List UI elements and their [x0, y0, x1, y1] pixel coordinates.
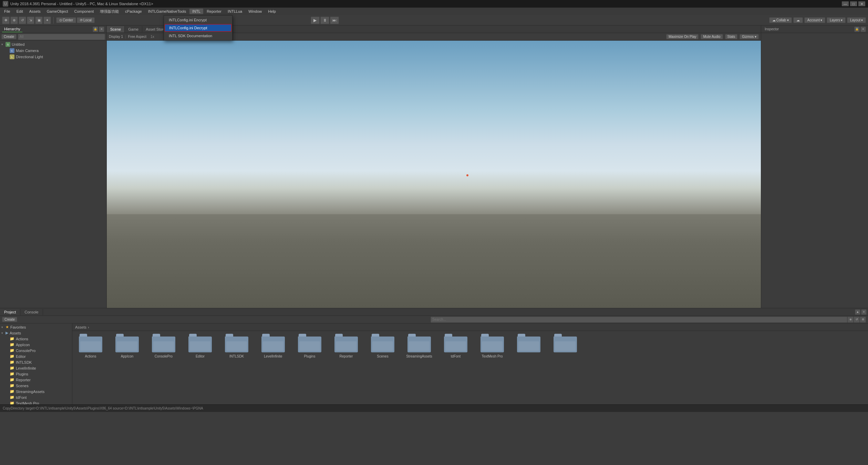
toolbar-rotate-tool[interactable]: ↺ [19, 17, 26, 24]
title-bar: U Unity 2018.4.36f1 Personal - Untitled … [0, 0, 868, 8]
folder-highlight [409, 341, 430, 351]
asset-item-actions[interactable]: Actions [75, 334, 106, 358]
tree-textmeshpro-item[interactable]: 📁 TextMesh Pro [0, 400, 72, 404]
menu-intllua[interactable]: INTLLua [225, 9, 245, 14]
inspector-lock-button[interactable]: 🔒 [854, 27, 860, 32]
hierarchy-panel: Hierarchy 🔒 ≡ Create ▾ S Untitled C Main… [0, 25, 107, 308]
pause-button[interactable]: ⏸ [320, 17, 329, 24]
collab-icon: ☁ [772, 18, 776, 22]
dropdown-item-encrypt[interactable]: INTLConfig.ini Encrypt [164, 16, 232, 24]
toolbar-rect-tool[interactable]: ▣ [35, 17, 43, 24]
tree-appicon-item[interactable]: 📁 AppIcon [0, 342, 72, 348]
space-button[interactable]: ⟳ Local [77, 17, 95, 23]
cloud-button[interactable]: ☁ [793, 17, 803, 23]
menu-help[interactable]: Help [265, 9, 279, 14]
menu-intlgamenativetools[interactable]: INTLGameNativeTools [145, 9, 189, 14]
toolbar-scale-tool[interactable]: ⇲ [27, 17, 34, 24]
inspector-header: Inspector 🔒 ≡ [761, 25, 868, 33]
tree-levelinfinite-item[interactable]: 📁 LevelInfinite [0, 365, 72, 371]
maximize-button[interactable]: □ [850, 1, 857, 6]
asset-item-appicon[interactable]: AppIcon [112, 334, 143, 358]
layers-button[interactable]: Layers ▾ [827, 17, 846, 23]
refresh-button[interactable]: ↺ [854, 317, 860, 323]
tree-reporter-item[interactable]: 📁 Reporter [0, 377, 72, 383]
hierarchy-root-item[interactable]: ▾ S Untitled [0, 41, 106, 48]
menu-reporter[interactable]: Reporter [204, 9, 224, 14]
menu-enhanced[interactable]: 增强版功能 [97, 8, 122, 15]
tree-plugins-item[interactable]: 📁 Plugins [0, 371, 72, 377]
menu-gameobject[interactable]: GameObject [44, 9, 71, 14]
dropdown-item-sdk-doc[interactable]: INTL SDK Documentation [164, 32, 232, 40]
menu-assets[interactable]: Assets [27, 9, 43, 14]
hierarchy-camera-item[interactable]: C Main Camera [0, 48, 106, 54]
scenes-folder-shape [371, 334, 394, 352]
levelinfinite-folder-shape [261, 334, 285, 352]
asset-item-tdfont[interactable]: tdFont [440, 334, 471, 358]
scene-tab[interactable]: Scene [107, 26, 125, 32]
minimize-button[interactable]: — [842, 1, 849, 6]
step-button[interactable]: ⏭ [330, 17, 339, 24]
close-button[interactable]: ✕ [858, 1, 865, 6]
asset-search-input[interactable] [431, 317, 847, 323]
menu-intl[interactable]: INTL [189, 9, 203, 14]
bottom-menu-button[interactable]: ≡ [861, 309, 867, 315]
menu-window[interactable]: Window [246, 9, 265, 14]
project-tab[interactable]: Project [0, 309, 20, 315]
settings-button[interactable]: ⚙ [860, 317, 866, 323]
asset-item-textmesh[interactable]: TextMesh Pro [477, 334, 508, 358]
toolbar-move-tool[interactable]: ⊕ [10, 17, 18, 24]
hierarchy-tab[interactable]: Hierarchy [2, 26, 22, 32]
dropdown-item-decrypt[interactable]: INTLConfig.ini Decrypt [165, 24, 231, 32]
asset-item-plugins[interactable]: Plugins [294, 334, 325, 358]
asset-item-extra1[interactable] [513, 334, 544, 358]
mute-audio-button[interactable]: Mute Audio [701, 34, 723, 39]
toolbar-hand-tool[interactable]: ✥ [2, 17, 10, 24]
asset-item-editor[interactable]: Editor [185, 334, 216, 358]
asset-item-consolepro[interactable]: ConsolePro [148, 334, 179, 358]
assets-tree-item[interactable]: ▾ ▶ Assets [0, 330, 72, 336]
window-controls: — □ ✕ [842, 1, 865, 6]
account-button[interactable]: Account ▾ [804, 17, 825, 23]
bottom-create-button[interactable]: Create [2, 317, 17, 322]
layout-button[interactable]: Layout ▾ [847, 17, 866, 23]
menu-file[interactable]: File [1, 9, 13, 14]
toolbar-transform-tool[interactable]: ✦ [43, 17, 51, 24]
tdfont-folder-shape [444, 334, 467, 352]
asset-item-scenes[interactable]: Scenes [367, 334, 398, 358]
collab-button[interactable]: ☁ Collab ▾ [769, 17, 792, 23]
tree-actions-item[interactable]: 📁 Actions [0, 336, 72, 342]
maximize-on-play-button[interactable]: Maximize On Play [666, 34, 699, 39]
hierarchy-lock-button[interactable]: 🔒 [93, 27, 98, 32]
stats-button[interactable]: Stats [725, 34, 738, 39]
asset-item-streamingassets[interactable]: StreamingAssets [404, 334, 435, 358]
hierarchy-search-input[interactable] [18, 34, 105, 40]
tree-tdfont-item[interactable]: 📁 tdFont [0, 394, 72, 400]
asset-item-levelinfinite[interactable]: LevelInfinite [258, 334, 289, 358]
game-tab[interactable]: Game [125, 26, 142, 32]
console-tab[interactable]: Console [20, 309, 43, 315]
tree-scenes-item[interactable]: 📁 Scenes [0, 383, 72, 389]
favorites-tree-item[interactable]: ▾ ★ Favorites [0, 324, 72, 330]
hierarchy-light-item[interactable]: L Directional Light [0, 54, 106, 60]
asset-item-reporter[interactable]: Reporter [331, 334, 362, 358]
asset-item-intlsdk[interactable]: INTLSDK [221, 334, 252, 358]
inspector-tab[interactable]: Inspector [763, 27, 780, 32]
consolepro-folder-icon: 📁 [10, 348, 14, 353]
gizmos-button[interactable]: Gizmos ▾ [740, 34, 759, 39]
bottom-collapse-button[interactable]: ▲ [855, 309, 860, 315]
tree-streamingassets-item[interactable]: 📁 StreamingAssets [0, 389, 72, 394]
tree-consolepro-item[interactable]: 📁 ConsolePro [0, 348, 72, 353]
asset-item-extra2[interactable] [550, 334, 581, 358]
tree-intlsdk-item[interactable]: 📁 INTLSDK [0, 359, 72, 365]
hierarchy-create-button[interactable]: Create [1, 34, 17, 39]
inspector-menu-button[interactable]: ≡ [860, 27, 866, 32]
hierarchy-menu-button[interactable]: ≡ [99, 27, 104, 32]
menu-component[interactable]: Component [71, 9, 96, 14]
menu-cpackage[interactable]: cPackage [122, 9, 144, 14]
menu-edit[interactable]: Edit [14, 9, 26, 14]
game-viewport[interactable] [107, 41, 761, 308]
play-button[interactable]: ▶ [311, 17, 320, 24]
tree-editor-item[interactable]: 📁 Editor [0, 353, 72, 359]
pivot-button[interactable]: ⊙ Center [56, 17, 76, 23]
filter-button[interactable]: ⊗ [847, 317, 854, 323]
